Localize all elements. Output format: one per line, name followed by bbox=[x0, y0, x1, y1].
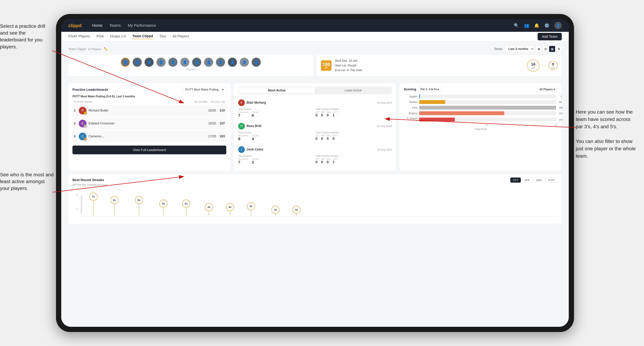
activity-date: 02 Sep 2023 bbox=[377, 125, 392, 128]
bar-track: 311 bbox=[419, 111, 556, 115]
player-avatar-9[interactable]: 👤 bbox=[216, 58, 225, 67]
nav-item-teams[interactable]: Teams bbox=[110, 23, 121, 28]
sub-nav-hcaps[interactable]: Hcaps 1-5 bbox=[110, 34, 126, 39]
bar-row-eagles: Eagles 3 bbox=[405, 95, 556, 98]
player-avatar-5[interactable]: 👤 bbox=[168, 58, 178, 67]
bar-label: Pars bbox=[405, 106, 419, 109]
bar-value: 3 bbox=[560, 95, 562, 98]
streaks-filter-group: OTT APP ARG PUTT bbox=[510, 177, 558, 183]
table-row[interactable]: 3 C 3 Cameron... 17/20 103 bbox=[72, 131, 226, 142]
list-item: B Blair McHarg 26 Aug 2023 Total Rounds … bbox=[238, 97, 392, 120]
add-team-button[interactable]: Add Team bbox=[538, 33, 562, 40]
lb-table-header: PLAYER NAME PB SCORE PB AVG SQ bbox=[72, 100, 226, 103]
total-practice-activities-section: Total Practice Activities OTT0 APP0 ARG0… bbox=[316, 108, 392, 118]
view-icons: ⊞ ⊟ ▦ ⇅ bbox=[536, 46, 562, 52]
activity-date: 26 Aug 2023 bbox=[377, 148, 392, 151]
player-avatar-4[interactable]: 👤 bbox=[156, 58, 166, 67]
lb-score: 18/20 bbox=[208, 122, 216, 125]
filter-ott-button[interactable]: OTT bbox=[510, 177, 521, 183]
bar-value: 499 bbox=[559, 106, 563, 109]
avatar: B bbox=[238, 99, 245, 106]
filter-app-button[interactable]: APP bbox=[522, 177, 532, 183]
bar-track: 131 bbox=[419, 118, 556, 121]
practice-activities-label: Total Practice Activities bbox=[316, 108, 392, 110]
lb-rank: 1 bbox=[74, 109, 79, 112]
table-row[interactable]: 1 R 1 Richard Butler 19/20 110 bbox=[72, 105, 226, 117]
bar-row-dbogeys: D. Bogeys + 131 bbox=[405, 117, 556, 122]
players-icon[interactable]: 👥 bbox=[524, 23, 529, 28]
total-practice-activities-section: Total Practice Activities OTT0 APP0 ARG0… bbox=[316, 131, 392, 141]
user-avatar[interactable]: 👤 bbox=[554, 22, 562, 29]
player-name: Josh Coles bbox=[246, 148, 377, 151]
view-list-button[interactable]: ⊟ bbox=[542, 46, 548, 52]
player-avatar-8[interactable]: 👤 bbox=[204, 58, 213, 67]
player-avatar-11[interactable]: 👤 bbox=[240, 58, 249, 67]
team-header: Team Clippd 14 Players ✏️ Show: Last 3 m… bbox=[68, 46, 562, 52]
bar-row-birdies: Birdies 96 bbox=[405, 100, 556, 104]
search-icon[interactable]: 🔍 bbox=[514, 23, 519, 28]
shot-circle-end: 0 yds bbox=[548, 61, 558, 70]
bar-row-pars: Pars 499 bbox=[405, 106, 556, 110]
lb-score: 17/20 bbox=[208, 135, 216, 138]
view-sort-button[interactable]: ⇅ bbox=[556, 46, 562, 52]
show-select[interactable]: Last 3 months bbox=[505, 46, 534, 52]
sub-nav-team-clippd[interactable]: Team Clippd bbox=[132, 34, 153, 39]
player-activity-header: B Blair McHarg 26 Aug 2023 bbox=[238, 99, 392, 106]
player-avatar-3[interactable]: 👤 bbox=[144, 58, 154, 67]
total-rounds-section: Total Rounds Tournament7 Practice2 bbox=[238, 155, 314, 165]
shot-details: Shot Dist: 16 yds Start Lie: Rough End L… bbox=[335, 58, 362, 73]
lb-avg: 103 bbox=[220, 135, 225, 138]
shot-connector: → bbox=[542, 63, 546, 67]
svg-text:7x: 7x bbox=[92, 195, 95, 198]
edit-icon[interactable]: ✏️ bbox=[104, 47, 108, 51]
streaks-title: Best Round Streaks bbox=[72, 178, 104, 182]
sub-nav-all-players[interactable]: All Players bbox=[172, 34, 189, 39]
svg-text:3x: 3x bbox=[274, 208, 277, 211]
chevron-down-icon: ▾ bbox=[222, 88, 224, 92]
practice-value: 6 bbox=[252, 113, 259, 118]
tournament-label: Tournament bbox=[238, 111, 248, 113]
nav-item-performance[interactable]: My Performance bbox=[128, 23, 156, 28]
avatar: R bbox=[238, 123, 245, 130]
scoring-title: Scoring bbox=[404, 87, 416, 91]
lb-player-name: Cameron... bbox=[88, 135, 208, 138]
player-avatar-6[interactable]: 👤 bbox=[180, 58, 189, 67]
scoring-bar-chart: Eagles 3 Birdies 96 bbox=[404, 95, 558, 122]
rounds-values: Tournament 7 Practice 6 bbox=[238, 111, 314, 118]
player-avatar-10[interactable]: 👤 bbox=[228, 58, 237, 67]
practice-label: Practice bbox=[252, 111, 259, 113]
svg-text:5x: 5x bbox=[185, 202, 188, 205]
player-name: Blair McHarg bbox=[246, 101, 377, 105]
table-row[interactable]: 2 E 2 Edward Crossman 18/20 107 bbox=[72, 118, 226, 130]
settings-icon[interactable]: ⚙️ bbox=[544, 23, 550, 28]
view-card-button[interactable]: ▦ bbox=[549, 46, 555, 52]
tab-most-active[interactable]: Most Active bbox=[239, 87, 315, 94]
sub-nav-pgat[interactable]: PGAT Players bbox=[68, 34, 90, 39]
sub-nav: PGAT Players PGA Hcaps 1-5 Team Clippd T… bbox=[61, 32, 569, 42]
scoring-par-filter[interactable]: Par 3, 4 & 5s ▾ bbox=[418, 87, 441, 92]
view-full-leaderboard-button[interactable]: View Full Leaderboard bbox=[72, 146, 226, 154]
sub-nav-pga[interactable]: PGA bbox=[96, 34, 104, 39]
player-avatar-7[interactable]: 👤 bbox=[192, 58, 201, 67]
filter-arg-button[interactable]: ARG bbox=[534, 177, 544, 183]
sub-nav-tour[interactable]: Tour bbox=[160, 34, 166, 39]
app-logo: clippd bbox=[68, 23, 82, 28]
annotation-top-left: Select a practice drill and see the lead… bbox=[0, 23, 52, 50]
total-shots-label: Total Shots bbox=[404, 128, 558, 131]
notification-icon[interactable]: 🔔 bbox=[534, 23, 539, 28]
filter-putt-button[interactable]: PUTT bbox=[546, 177, 558, 183]
leaderboard-subtitle: PUTT Must Make Putting (3-6 ft), Last 3 … bbox=[72, 95, 226, 98]
leaderboard-drill-dropdown[interactable]: PUTT Must Make Putting... ▾ bbox=[183, 87, 226, 93]
svg-text:5x: 5x bbox=[162, 202, 165, 205]
scoring-players-filter[interactable]: All Players ▾ bbox=[537, 87, 558, 92]
player-avatar-1[interactable]: 👤 bbox=[121, 58, 130, 67]
leaderboard-title: Practice Leaderboards bbox=[72, 88, 108, 92]
tablet-screen: clippd Home Teams My Performance 🔍 👥 🔔 ⚙… bbox=[61, 19, 569, 327]
lb-avatar: C 3 bbox=[79, 133, 86, 140]
nav-item-home[interactable]: Home bbox=[92, 23, 102, 28]
view-grid-button[interactable]: ⊞ bbox=[536, 46, 542, 52]
player-avatar-12[interactable]: 👤 bbox=[252, 58, 261, 67]
player-avatar-2[interactable]: 👤 bbox=[133, 58, 142, 67]
tab-least-active[interactable]: Least Active bbox=[315, 87, 391, 94]
svg-text:6x: 6x bbox=[138, 198, 140, 201]
